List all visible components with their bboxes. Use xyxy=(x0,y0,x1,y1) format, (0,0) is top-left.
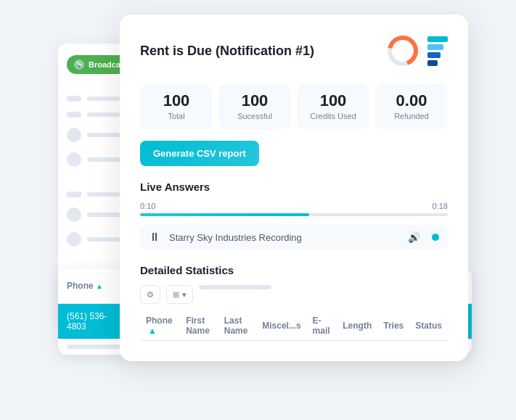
col-email[interactable]: E-mail xyxy=(307,311,337,341)
legend-bar-1 xyxy=(427,36,448,42)
col-status[interactable]: Status xyxy=(409,311,448,341)
filter-bar xyxy=(199,285,271,289)
data-table: Phone ▲ First Name Last Name Miscel...s … xyxy=(140,311,448,341)
pause-button[interactable]: ⏸ xyxy=(149,231,160,244)
legend-bars xyxy=(427,36,448,66)
grid-icon: ⊞ xyxy=(173,290,179,300)
audio-timeline: 0:10 0:18 xyxy=(140,202,448,216)
stats-row: 100 Total 100 Sucessful 100 Credits Used… xyxy=(140,84,448,129)
scene: 📡 Broadcasts xyxy=(0,0,516,420)
sidebar-icon-4 xyxy=(67,152,81,167)
donut-area xyxy=(384,32,448,70)
col-phone[interactable]: Phone ▲ xyxy=(140,311,180,341)
live-answers-title: Live Answers xyxy=(140,181,448,193)
col-misc[interactable]: Miscel...s xyxy=(256,311,306,341)
csv-button[interactable]: Generate CSV report xyxy=(140,141,259,166)
chevron-down-icon: ▾ xyxy=(182,290,187,300)
stat-total-value: 100 xyxy=(147,93,205,109)
card-header: Rent is Due (Notification #1) xyxy=(140,32,448,70)
table-filter-btn[interactable]: ⚙ xyxy=(140,285,160,304)
audio-player-row: ⏸ Starry Sky Industries Recording 🔊 xyxy=(140,225,448,250)
sort-icon: ▲ xyxy=(96,282,103,290)
sidebar-dot-1 xyxy=(67,96,81,102)
col-lastname[interactable]: Last Name xyxy=(218,311,256,341)
time-labels: 0:10 0:18 xyxy=(140,202,448,210)
legend-bar-3 xyxy=(427,52,441,58)
stat-refunded: 0.00 Refunded xyxy=(375,84,448,129)
stat-successful: 100 Sucessful xyxy=(218,84,291,129)
detailed-stats-title: Detailed Statistics xyxy=(140,264,448,276)
table-controls: ⚙ ⊞ ▾ xyxy=(140,285,448,304)
time-end: 0:18 xyxy=(433,202,448,210)
sidebar-icon-3 xyxy=(67,128,81,142)
detailed-stats-section: Detailed Statistics ⚙ ⊞ ▾ Phone ▲ First … xyxy=(140,264,448,341)
stat-successful-label: Sucessful xyxy=(226,112,284,120)
col-firstname[interactable]: First Name xyxy=(180,311,218,341)
sidebar-dot-2 xyxy=(67,112,81,118)
col-tries[interactable]: Tries xyxy=(377,311,409,341)
main-card: Rent is Due (Notification #1) 100 xyxy=(120,15,468,361)
filter-icon: ⚙ xyxy=(147,290,154,300)
sort-phone-icon: ▲ xyxy=(148,326,157,336)
stat-credits: 100 Credits Used xyxy=(297,84,369,129)
card-title: Rent is Due (Notification #1) xyxy=(140,44,314,59)
table-view-btn[interactable]: ⊞ ▾ xyxy=(166,285,193,304)
legend-bar-4 xyxy=(427,60,438,66)
sidebar-icon-7 xyxy=(67,232,81,247)
stat-refunded-value: 0.00 xyxy=(382,93,441,109)
volume-dot xyxy=(432,234,439,241)
broadcast-icon: 📡 xyxy=(74,59,84,70)
th-phone[interactable]: Phone ▲ xyxy=(58,268,129,304)
donut-chart xyxy=(384,32,422,70)
progress-track[interactable] xyxy=(140,213,448,216)
time-start: 0:10 xyxy=(140,202,155,210)
stat-successful-value: 100 xyxy=(226,93,284,109)
stat-total-label: Total xyxy=(147,112,205,120)
stat-credits-value: 100 xyxy=(304,93,362,109)
volume-icon: 🔊 xyxy=(408,231,420,243)
stat-refunded-label: Refunded xyxy=(382,112,441,120)
stat-total: 100 Total xyxy=(140,84,213,129)
recording-label: Starry Sky Industries Recording xyxy=(169,232,399,243)
live-answers-section: Live Answers 0:10 0:18 ⏸ Starry Sky Indu… xyxy=(140,181,448,250)
stat-credits-label: Credits Used xyxy=(304,112,362,120)
sidebar-icon-6 xyxy=(67,207,81,222)
col-length[interactable]: Length xyxy=(337,311,377,341)
progress-fill xyxy=(140,213,309,216)
legend-bar-2 xyxy=(427,44,443,50)
cell-phone: (561) 536-4803 xyxy=(58,304,129,339)
